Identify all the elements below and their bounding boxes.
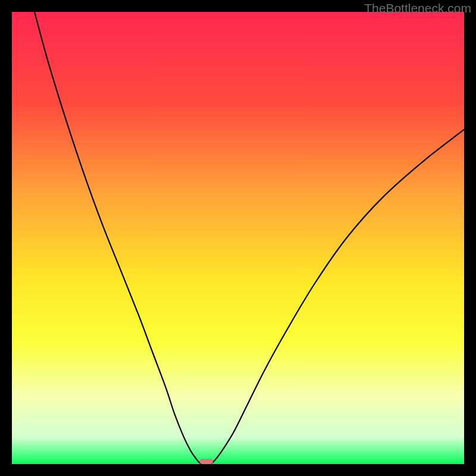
chart-plot bbox=[12, 12, 464, 464]
gradient-background bbox=[12, 12, 464, 464]
bottom-marker bbox=[199, 459, 213, 464]
chart-container bbox=[12, 12, 464, 464]
marker-group bbox=[199, 459, 213, 464]
watermark-text: TheBottleneck.com bbox=[364, 1, 471, 15]
